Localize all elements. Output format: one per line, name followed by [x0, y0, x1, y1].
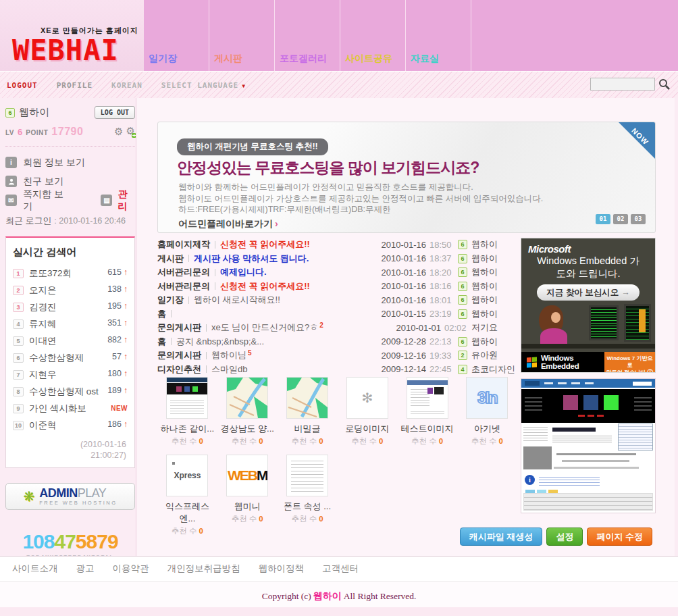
banner-page-1[interactable]: 01: [596, 214, 610, 224]
chevron-down-icon: ▼: [242, 83, 246, 89]
copyright: Copyright (c)웹하이All Right Reserved.: [0, 590, 678, 602]
mini-info-icon: i: [525, 475, 535, 485]
search-rank-item[interactable]: 8수상한삼형제 ost189↑: [13, 386, 128, 397]
footer-link-privacy[interactable]: 개인정보취급방침: [167, 563, 240, 575]
hosting-promo-banner[interactable]: 웹하이 개편기념 무료호스팅 추천!! 안정성있는 무료호스팅을 많이 보기힘드…: [157, 122, 656, 233]
search-rank-item[interactable]: 5이대연882↑: [13, 335, 128, 346]
tab-board[interactable]: 게시판: [209, 0, 275, 71]
thumbnail-image[interactable]: Xpress: [166, 455, 208, 496]
level-value: 6: [18, 127, 22, 137]
post-author[interactable]: 웹하이: [471, 266, 516, 278]
banner-page-2[interactable]: 02: [613, 214, 628, 224]
rank-number: 4: [13, 319, 24, 329]
footer-link-about[interactable]: 사이트소개: [12, 563, 58, 575]
post-title[interactable]: 스마일db: [211, 363, 376, 376]
search-icon[interactable]: [658, 78, 670, 90]
post-title[interactable]: xe도 님이 만드신거에요?ㅎ2: [211, 322, 391, 334]
separator: [206, 324, 207, 332]
logout-button[interactable]: LOG OUT: [95, 106, 135, 119]
footer-link-ads[interactable]: 광고: [76, 563, 95, 575]
edit-page-button[interactable]: 페이지 수정: [587, 528, 652, 546]
counter-yesterday: 47: [54, 530, 75, 553]
thumbnail-image[interactable]: [166, 377, 208, 419]
post-title[interactable]: 공지 &nbsp;&nbsp;&...: [176, 336, 376, 348]
sidebar-item-member-info[interactable]: i 회원 정보 보기: [5, 153, 135, 172]
rebuild-cache-button[interactable]: 캐시파일 재생성: [460, 528, 543, 546]
post-title[interactable]: 신청전 꼭 읽어주세요!!: [220, 280, 376, 292]
arrow-right-icon: ›: [275, 218, 278, 229]
admin-link[interactable]: 관리: [118, 188, 135, 213]
post-author[interactable]: 초코디자인: [471, 363, 516, 376]
post-title[interactable]: 웹하이님5: [211, 349, 376, 361]
site-logo[interactable]: WEBHAI: [12, 34, 119, 67]
search-rank-item[interactable]: 1로또372회615↑: [13, 267, 128, 279]
post-author[interactable]: 웹하이: [471, 294, 516, 306]
author-level-badge: 2: [458, 351, 467, 360]
post-row: 문의게시판xe도 님이 만드신거에요?ㅎ22010-01-0102:02저기요: [157, 321, 516, 335]
site-screenshot-ad[interactable]: i: [521, 378, 656, 513]
thumbnail-image[interactable]: 3In: [466, 377, 508, 419]
footer-link-terms[interactable]: 이용약관: [113, 563, 149, 575]
sidebar: 6 웹하이 LOG OUT LV 6 POINT 17790 ⚙ ⚙ i 회원 …: [5, 106, 135, 560]
post-author[interactable]: 웹하이: [471, 253, 516, 265]
xpress-logo: Xpress: [167, 455, 207, 496]
thumbnail-image[interactable]: ✻: [346, 377, 388, 419]
up-arrow-icon: ↑: [124, 369, 128, 378]
mail-icon: ✉: [5, 195, 17, 206]
footer: 사이트소개 광고 이용약관 개인정보취급방침 웹하이정책 고객센터 Copyri…: [0, 556, 678, 616]
post-author[interactable]: 웹하이: [471, 336, 516, 348]
thumbnail-image[interactable]: WEBM: [226, 455, 268, 496]
profile-link[interactable]: PROFILE: [57, 81, 93, 90]
thumbnail-image[interactable]: [407, 377, 448, 419]
post-author[interactable]: 웹하이: [471, 280, 516, 292]
adminplay-brand: ADMINPLAY: [39, 488, 106, 499]
separator: [171, 310, 172, 317]
banner-page-3[interactable]: 03: [631, 214, 646, 224]
username[interactable]: 웹하이: [19, 106, 49, 119]
select-language-link[interactable]: SELECT LANGUAGE▼: [161, 81, 246, 90]
rank-number: 3: [13, 303, 24, 312]
post-author[interactable]: 웹하이: [471, 238, 516, 251]
footer-link-policy[interactable]: 웹하이정책: [259, 563, 305, 575]
footer-link-support[interactable]: 고객센터: [322, 563, 359, 575]
settings-button[interactable]: 설정: [546, 528, 583, 546]
logout-link[interactable]: LOGOUT: [7, 81, 38, 90]
post-title[interactable]: 게시판 사용 막하셔도 됩니다.: [194, 253, 376, 265]
search-rank-item[interactable]: 7지현우180↑: [13, 369, 128, 380]
search-rank-item[interactable]: 4류지혜351↑: [13, 318, 128, 330]
search-input[interactable]: [590, 78, 655, 91]
post-row: 문의게시판웹하이님52009-12-1619:332유아원: [157, 349, 516, 363]
post-title[interactable]: 웹하이 새로시작해요!!: [194, 294, 376, 306]
post-title[interactable]: 신청전 꼭 읽어주세요!!: [220, 238, 376, 251]
thumbnail-image[interactable]: [286, 455, 328, 496]
ms-ad-cta-button[interactable]: 지금 찾아 보십시오→: [537, 284, 640, 301]
search-rank-item[interactable]: 10이준혁186↑: [13, 419, 128, 431]
thumbnail-image[interactable]: [226, 377, 268, 419]
search-rank-item[interactable]: 3김경진195↑: [13, 301, 128, 313]
search-rank-item[interactable]: 9가인 섹시화보NEW: [13, 403, 128, 414]
messages-link[interactable]: 쪽지함 보기: [23, 188, 70, 213]
adminplay-banner[interactable]: ❋ ADMINPLAY FREE WEB HOSTING: [5, 483, 135, 510]
author-level-badge: 6: [458, 309, 467, 319]
banner-link[interactable]: 어드민플레이바로가기›: [178, 218, 278, 230]
user-info-row: 6 웹하이 LOG OUT: [5, 106, 135, 119]
korean-link[interactable]: KOREAN: [111, 81, 142, 90]
tab-diary[interactable]: 일기장: [144, 0, 209, 71]
spinner-icon: ✻: [347, 390, 388, 406]
user-stats-row: LV 6 POINT 17790 ⚙ ⚙: [5, 125, 135, 138]
thumbnail-image[interactable]: [286, 377, 328, 419]
search-rank-item[interactable]: 2오지은138↑: [13, 284, 128, 296]
microsoft-ad-banner[interactable]: Microsoft Windows Embedded 가 도와 드립니다. 지금…: [521, 238, 656, 373]
gear-icon[interactable]: ⚙: [114, 126, 123, 136]
comment-count: 5: [248, 349, 252, 357]
post-title[interactable]: 예제입니다.: [220, 266, 376, 278]
post-author[interactable]: 유아원: [471, 349, 516, 361]
author-level-badge: 6: [458, 267, 467, 277]
admin-actions: 캐시파일 재생성 설정 페이지 수정: [460, 528, 652, 546]
post-author[interactable]: 웹하이: [471, 308, 516, 320]
tab-site-share[interactable]: 사이트공유: [340, 0, 406, 71]
post-author[interactable]: 저기요: [471, 322, 516, 334]
tab-photo-gallery[interactable]: 포토겔러리: [275, 0, 340, 71]
search-rank-item[interactable]: 6수상한삼형제57↑: [13, 352, 128, 363]
tab-archive[interactable]: 자료실: [406, 0, 471, 71]
